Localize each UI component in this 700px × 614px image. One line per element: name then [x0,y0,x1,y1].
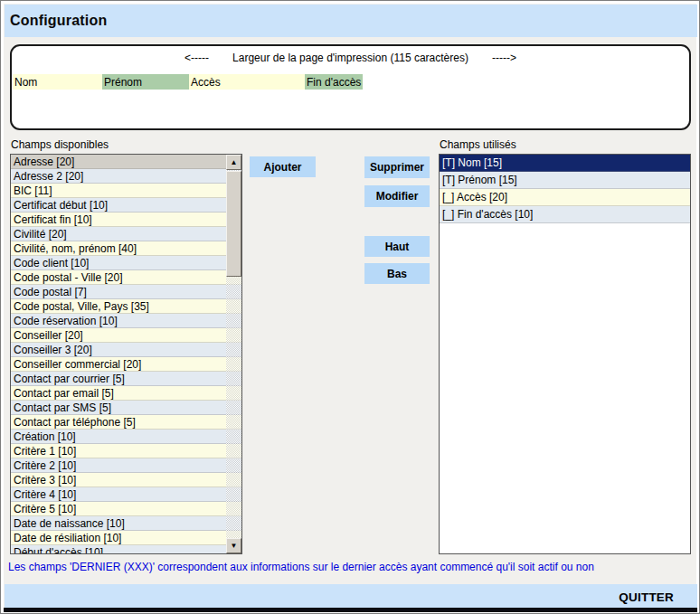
list-item[interactable]: [T] Nom [15] [440,155,690,172]
list-item[interactable]: Début d'accès [10] [11,545,241,554]
list-item[interactable]: Code postal, Ville, Pays [35] [11,299,241,314]
list-item[interactable]: Certificat début [10] [11,198,241,213]
list-item[interactable]: [_] Accès [20] [440,189,690,206]
list-item[interactable]: Conseiller commercial [20] [11,357,241,372]
scroll-down-icon[interactable]: ▼ [226,538,241,553]
list-item[interactable]: Adresse [20] [11,155,241,169]
list-item[interactable]: Contact par téléphone [5] [11,415,241,430]
remove-button[interactable]: Supprimer [364,156,430,178]
list-item[interactable]: Date de naissance [10] [11,516,241,531]
preview-column-4: Fin d'accès [305,74,363,90]
list-item[interactable]: Critère 3 [10] [11,473,241,487]
arrow-left-text: <----- [184,52,209,64]
preview-column-3: Accès [189,74,305,90]
scrollbar-thumb[interactable] [226,171,241,277]
configuration-window: Configuration <----- Largeur de la page … [0,0,700,614]
title-bar: Configuration [5,5,697,37]
list-item[interactable]: Conseiller [20] [11,328,241,343]
list-item[interactable]: Date de résiliation [10] [11,531,241,545]
preview-column-1: Nom [13,74,102,90]
list-item[interactable]: Code postal [7] [11,285,241,299]
used-fields-list[interactable]: [T] Nom [15][T] Prénom [15][_] Accès [20… [439,154,691,554]
list-item[interactable]: Contact par courrier [5] [11,372,241,386]
preview-column-headers: NomPrénomAccèsFin d'accès [13,74,363,90]
used-fields-label: Champs utilisés [440,138,516,151]
modify-button[interactable]: Modifier [364,185,430,207]
move-down-button[interactable]: Bas [364,263,430,284]
available-rows: Adresse [20]Adresse 2 [20]BIC [11]Certif… [11,155,241,554]
list-item[interactable]: Critère 1 [10] [11,444,241,458]
available-list-scrollbar[interactable]: ▲ ▼ [226,155,241,553]
page-title: Configuration [5,13,107,29]
print-page-preview: <----- Largeur de la page d'impression (… [10,44,691,130]
list-item[interactable]: BIC [11] [11,184,241,198]
preview-column-2: Prénom [102,74,189,90]
list-item[interactable]: Certificat fin [10] [11,213,241,227]
dernier-fields-note: Les champs 'DERNIER (XXX)' correspondent… [8,561,695,573]
list-item[interactable]: [T] Prénom [15] [440,172,690,189]
list-item[interactable]: Contact par email [5] [11,386,241,401]
list-item[interactable]: Adresse 2 [20] [11,169,241,184]
available-fields-list[interactable]: Adresse [20]Adresse 2 [20]BIC [11]Certif… [10,154,242,554]
list-item[interactable]: Code réservation [10] [11,314,241,328]
list-item[interactable]: Code client [10] [11,256,241,270]
scroll-up-icon[interactable]: ▲ [226,155,241,170]
quit-button[interactable]: QUITTER [619,590,697,604]
used-rows: [T] Nom [15][T] Prénom [15][_] Accès [20… [440,155,690,223]
list-item[interactable]: Création [10] [11,430,241,444]
arrow-right-text: -----> [492,52,516,64]
list-item[interactable]: Critère 4 [10] [11,487,241,502]
list-item[interactable]: Critère 2 [10] [11,458,241,473]
list-item[interactable]: Code postal - Ville [20] [11,270,241,285]
page-width-caption: <----- Largeur de la page d'impression (… [12,52,689,64]
page-width-label: Largeur de la page d'impression (115 car… [232,52,468,64]
window-bottom-edge [4,608,697,612]
move-up-button[interactable]: Haut [364,236,430,257]
list-item[interactable]: Civilité [20] [11,227,241,241]
list-item[interactable]: [_] Fin d'accès [10] [440,206,690,223]
list-item[interactable]: Contact par SMS [5] [11,401,241,415]
bottom-bar: QUITTER [5,584,697,609]
list-item[interactable]: Conseiller 3 [20] [11,343,241,357]
list-item[interactable]: Civilité, nom, prénom [40] [11,241,241,256]
add-button[interactable]: Ajouter [250,156,316,177]
available-fields-label: Champs disponibles [11,138,109,151]
list-item[interactable]: Critère 5 [10] [11,502,241,516]
